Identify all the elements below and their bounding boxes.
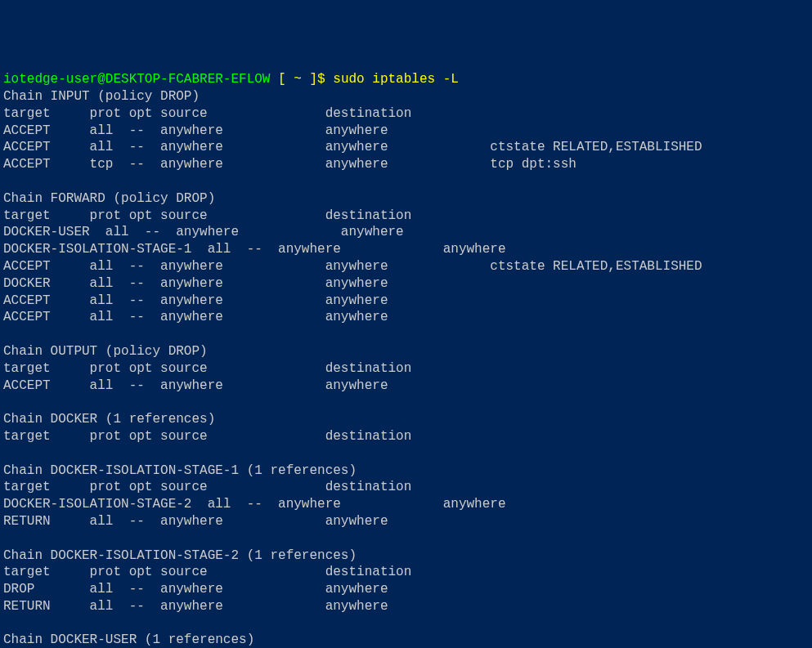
prompt-close-bracket: ]$ — [302, 72, 333, 87]
prompt-open-bracket: [ — [270, 72, 294, 87]
chain-rule: DOCKER-ISOLATION-STAGE-2 all -- anywhere… — [3, 497, 506, 512]
chain-rule: RETURN all -- anywhere anywhere — [3, 599, 388, 614]
chain-header: Chain FORWARD (policy DROP) — [3, 191, 215, 206]
chain-header: Chain OUTPUT (policy DROP) — [3, 344, 208, 359]
chain-columns: target prot opt source destination — [3, 208, 411, 223]
chain-columns: target prot opt source destination — [3, 106, 411, 121]
chain-rule: ACCEPT tcp -- anywhere anywhere tcp dpt:… — [3, 157, 576, 172]
command-text: sudo iptables -L — [333, 72, 459, 87]
chain-rule: ACCEPT all -- anywhere anywhere — [3, 378, 388, 393]
prompt-path: ~ — [294, 72, 302, 87]
chain-columns: target prot opt source destination — [3, 480, 411, 494]
chain-header: Chain DOCKER (1 references) — [3, 412, 215, 427]
chain-header: Chain DOCKER-ISOLATION-STAGE-1 (1 refere… — [3, 463, 357, 478]
chain-rule: ACCEPT all -- anywhere anywhere — [3, 123, 388, 138]
chain-rule: DOCKER-USER all -- anywhere anywhere — [3, 225, 404, 239]
chain-rule: DOCKER all -- anywhere anywhere — [3, 276, 388, 291]
chain-columns: target prot opt source destination — [3, 361, 411, 376]
chain-rule: ACCEPT all -- anywhere anywhere ctstate … — [3, 140, 702, 154]
chain-rule: ACCEPT all -- anywhere anywhere ctstate … — [3, 259, 702, 274]
chain-rule: DROP all -- anywhere anywhere — [3, 582, 388, 597]
chain-columns: target prot opt source destination — [3, 429, 411, 444]
chain-rule: DOCKER-ISOLATION-STAGE-1 all -- anywhere… — [3, 242, 506, 257]
terminal-content[interactable]: iotedge-user@DESKTOP-FCABRER-EFLOW [ ~ ]… — [3, 71, 809, 648]
prompt-user-host: iotedge-user@DESKTOP-FCABRER-EFLOW — [3, 72, 270, 87]
chain-header: Chain DOCKER-ISOLATION-STAGE-2 (1 refere… — [3, 548, 357, 563]
chain-rule: ACCEPT all -- anywhere anywhere — [3, 310, 388, 324]
chain-rule: ACCEPT all -- anywhere anywhere — [3, 293, 388, 308]
chain-columns: target prot opt source destination — [3, 565, 411, 579]
chain-header: Chain INPUT (policy DROP) — [3, 89, 200, 104]
chain-rule: RETURN all -- anywhere anywhere — [3, 514, 388, 529]
chain-header: Chain DOCKER-USER (1 references) — [3, 632, 254, 647]
